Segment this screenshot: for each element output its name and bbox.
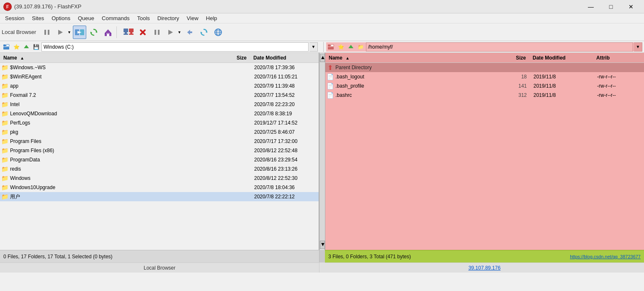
menu-commands[interactable]: Commands [98, 14, 133, 22]
local-play-dropdown[interactable]: ▼ [66, 26, 72, 39]
local-col-size[interactable]: Size [216, 55, 250, 61]
svg-rect-2 [44, 30, 46, 35]
svg-rect-23 [155, 30, 156, 35]
file-doc-icon: 📄 [326, 91, 334, 99]
file-name: $Windows.~WS [10, 65, 217, 70]
local-play-button[interactable] [54, 26, 66, 39]
menu-help[interactable]: Help [203, 14, 221, 22]
remote-address-dropdown[interactable]: ▼ [634, 42, 642, 52]
remote-transfer-button[interactable] [183, 26, 196, 39]
menu-directory[interactable]: Directory [154, 14, 183, 22]
local-file-row[interactable]: 📁 Program Files (x86) 2020/8/12 22:52:48 [0, 146, 319, 155]
folder-icon: 📁 [1, 193, 8, 200]
local-bottom-label: Local Browser [0, 262, 319, 273]
local-file-row[interactable]: 📁 用户 2020/7/8 22:22:12 [0, 192, 319, 201]
file-date: 2020/7/7 13:54:52 [251, 92, 318, 98]
remote-connect-button[interactable] [122, 26, 135, 39]
local-file-row[interactable]: 📁 $WinREAgent 2020/7/16 11:05:21 [0, 72, 319, 81]
remote-up-button[interactable] [346, 42, 355, 52]
local-star-button[interactable]: ⭐ [12, 42, 21, 52]
remote-disconnect-button[interactable] [136, 26, 149, 39]
remote-panel: Name ▲ Size Date Modified Attrib ⬆ Paren… [325, 53, 644, 250]
remote-col-name[interactable]: Name ▲ [327, 55, 496, 61]
file-name: redis [10, 166, 217, 172]
local-file-row[interactable]: 📁 redis 2020/8/16 23:13:26 [0, 164, 319, 174]
file-date: 2019/11/8 [530, 74, 597, 80]
minimize-button[interactable]: — [581, 1, 600, 13]
local-file-row[interactable]: 📁 Intel 2020/7/8 22:23:20 [0, 100, 319, 109]
remote-url[interactable]: https://blog.csdn.net/qq_38723677 [570, 254, 641, 259]
folder-icon: 📁 [1, 174, 8, 182]
remote-star-button[interactable]: ⭐ [336, 42, 345, 52]
remote-col-size[interactable]: Size [496, 55, 529, 61]
remote-file-row[interactable]: 📄 .bash_logout 18 2019/11/8 -rw-r--r-- [325, 72, 644, 81]
local-up-button[interactable] [22, 42, 31, 52]
maximize-button[interactable]: □ [601, 1, 621, 13]
remote-address-input[interactable] [366, 42, 633, 52]
local-col-name[interactable]: Name ▲ [2, 55, 216, 61]
local-addr-btn1[interactable] [2, 42, 11, 52]
local-col-date[interactable]: Date Modified [250, 55, 317, 61]
local-file-row[interactable]: 📁 $Windows.~WS 2020/7/8 17:39:36 [0, 63, 319, 72]
svg-rect-15 [124, 29, 128, 32]
remote-address-section: ⭐ 📁 ▼ [326, 42, 642, 52]
file-doc-icon: 📄 [326, 73, 334, 81]
local-file-row[interactable]: 📁 app 2020/7/9 11:39:48 [0, 81, 319, 91]
bottom-labels: Local Browser 39.107.89.176 [0, 262, 644, 273]
menu-tools[interactable]: Tools [134, 14, 153, 22]
local-refresh-button[interactable] [87, 26, 100, 39]
svg-rect-16 [129, 29, 134, 32]
toolbar-separator [116, 26, 117, 38]
menu-sites[interactable]: Sites [28, 14, 47, 22]
file-date: 2019/12/7 17:14:52 [251, 120, 318, 126]
window-controls: — □ ✕ [581, 1, 641, 13]
menu-queue[interactable]: Queue [75, 14, 98, 22]
folder-icon: 📁 [1, 156, 8, 164]
folder-icon: 📁 [1, 119, 8, 127]
remote-status-bar: 3 Files, 0 Folders, 3 Total (471 bytes) … [325, 250, 644, 262]
local-scrollbar[interactable]: ▲ ▼ [319, 53, 325, 250]
local-file-row[interactable]: 📁 Foxmail 7.2 2020/7/7 13:54:52 [0, 91, 319, 100]
svg-rect-38 [328, 44, 330, 47]
remote-addr-btn1[interactable] [326, 42, 335, 52]
local-address-input[interactable] [41, 42, 309, 52]
close-button[interactable]: ✕ [621, 1, 641, 13]
remote-col-date[interactable]: Date Modified [529, 55, 596, 61]
folder-icon: 📁 [1, 73, 8, 81]
app-logo: F [3, 3, 12, 11]
file-name: Parent Directory [335, 65, 497, 70]
local-file-row[interactable]: 📁 ProgramData 2020/8/16 23:29:54 [0, 155, 319, 164]
local-status-bar: 0 Files, 17 Folders, 17 Total, 1 Selecte… [0, 250, 319, 262]
remote-pause-button[interactable] [150, 26, 164, 39]
remote-bottom-label[interactable]: 39.107.89.176 [325, 262, 644, 273]
menu-view[interactable]: View [183, 14, 202, 22]
local-file-row[interactable]: 📁 Program Files 2020/7/17 17:32:00 [0, 137, 319, 146]
local-file-row[interactable]: 📁 LenovoQMDownload 2020/7/8 8:38:19 [0, 109, 319, 118]
remote-file-row[interactable]: 📄 .bashrc 312 2019/11/8 -rw-r--r-- [325, 91, 644, 100]
remote-refresh-button[interactable] [197, 26, 211, 39]
local-file-row[interactable]: 📁 Windows10Upgrade 2020/7/8 18:04:36 [0, 183, 319, 192]
local-pause-button[interactable] [40, 26, 54, 39]
remote-file-row[interactable]: 📄 .bash_profile 141 2019/11/8 -rw-r--r-- [325, 81, 644, 91]
local-file-row[interactable]: 📁 Windows 2020/8/12 22:52:30 [0, 174, 319, 183]
parent-dir-icon: ⬆ [326, 64, 334, 71]
remote-file-row[interactable]: ⬆ Parent Directory [325, 63, 644, 72]
file-size: 312 [497, 92, 530, 98]
remote-play-dropdown[interactable]: ▼ [176, 26, 182, 39]
file-name: Program Files (x86) [10, 148, 217, 153]
local-address-section: ⭐ 💾 ▼ [2, 42, 318, 52]
remote-globe-button[interactable] [211, 26, 225, 39]
local-play-group: ▼ [54, 26, 72, 39]
remote-play-button[interactable] [165, 26, 176, 39]
local-file-row[interactable]: 📁 pkg 2020/7/25 8:46:07 [0, 127, 319, 137]
remote-col-attrib[interactable]: Attrib [596, 55, 642, 61]
local-file-row[interactable]: 📁 PerfLogs 2019/12/7 17:14:52 [0, 118, 319, 127]
local-home-button[interactable] [101, 26, 115, 39]
menu-options[interactable]: Options [48, 14, 74, 22]
svg-rect-39 [328, 47, 334, 49]
local-transfer-button[interactable] [73, 26, 86, 39]
local-address-dropdown[interactable]: ▼ [309, 42, 318, 52]
local-browser-label: Local Browser [2, 29, 36, 35]
menu-session[interactable]: Session [2, 14, 28, 22]
file-doc-icon: 📄 [326, 82, 334, 90]
